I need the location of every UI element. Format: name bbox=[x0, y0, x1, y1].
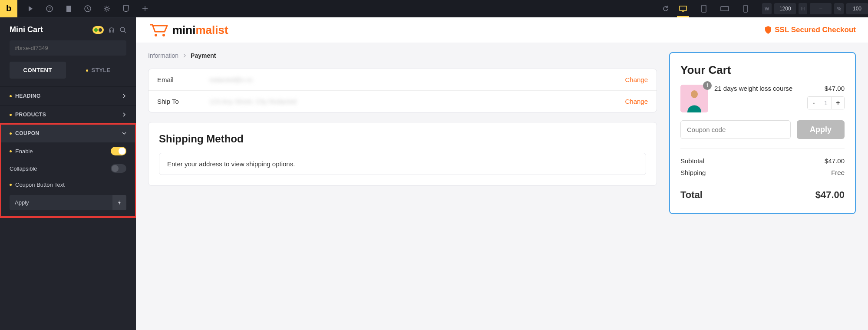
settings-icon[interactable] bbox=[102, 4, 111, 13]
shipping-total-label: Shipping bbox=[680, 169, 706, 176]
element-badge[interactable] bbox=[92, 26, 104, 34]
breadcrumb: Information Payment bbox=[148, 52, 657, 59]
section-coupon: COUPON Enable Collapsible Coupon Button … bbox=[0, 124, 136, 217]
canvas: minimalist SSL Secured Checkout Informat… bbox=[136, 17, 868, 330]
sidebar: Mini Cart CONTENT STYLE HEADING PRODUCTS bbox=[0, 17, 136, 330]
tab-content[interactable]: CONTENT bbox=[10, 62, 66, 79]
coupon-code-input[interactable] bbox=[680, 120, 791, 139]
svg-point-4 bbox=[106, 7, 108, 10]
apply-coupon-button[interactable]: Apply bbox=[797, 120, 845, 139]
svg-rect-2 bbox=[66, 6, 71, 12]
change-email-link[interactable]: Change bbox=[625, 76, 648, 83]
search-icon[interactable] bbox=[119, 26, 126, 33]
svg-rect-8 bbox=[744, 5, 747, 12]
cart-card: Your Cart 1 21 days weight loss course $… bbox=[669, 52, 856, 214]
svg-point-9 bbox=[120, 27, 125, 32]
shipping-method-title: Shipping Method bbox=[159, 133, 646, 145]
history-icon[interactable] bbox=[83, 4, 92, 13]
section-products[interactable]: PRODUCTS bbox=[0, 106, 136, 124]
contact-info-card: Email redacted@x.cc Change Ship To 123 A… bbox=[148, 69, 657, 112]
cart-item-thumbnail: 1 bbox=[680, 85, 708, 112]
element-id-input[interactable] bbox=[10, 40, 126, 56]
section-heading[interactable]: HEADING bbox=[0, 87, 136, 105]
email-value: redacted@x.cc bbox=[209, 76, 625, 83]
help-icon[interactable]: ? bbox=[45, 4, 54, 13]
collapsible-toggle[interactable] bbox=[111, 164, 126, 173]
cart-item-badge: 1 bbox=[703, 81, 712, 90]
cart-icon bbox=[148, 22, 169, 38]
svg-rect-5 bbox=[680, 6, 686, 10]
height-label: H bbox=[799, 3, 807, 14]
svg-rect-7 bbox=[721, 7, 729, 11]
zoom-value[interactable]: 100 bbox=[846, 3, 868, 14]
shipping-message: Enter your address to view shipping opti… bbox=[159, 153, 646, 175]
ship-to-value: 123 Any Street, City Redacted bbox=[209, 98, 625, 105]
add-icon[interactable] bbox=[141, 4, 149, 13]
zoom-label: % bbox=[834, 3, 844, 14]
email-label: Email bbox=[157, 76, 209, 83]
chevron-right-icon bbox=[122, 94, 126, 98]
cart-item-price: $47.00 bbox=[825, 85, 845, 92]
top-toolbar: b ? W 1200 H – % 100 bbox=[0, 0, 868, 17]
pages-icon[interactable] bbox=[64, 4, 73, 13]
width-label: W bbox=[762, 3, 772, 14]
enable-toggle[interactable] bbox=[111, 147, 126, 155]
cart-item-name: 21 days weight loss course bbox=[714, 85, 792, 92]
qty-increase-button[interactable]: + bbox=[832, 97, 844, 109]
svg-text:?: ? bbox=[48, 7, 51, 11]
app-logo[interactable]: b bbox=[0, 0, 17, 17]
device-mobile[interactable] bbox=[738, 0, 753, 17]
total-label: Total bbox=[680, 189, 703, 201]
shipping-method-card: Shipping Method Enter your address to vi… bbox=[148, 122, 657, 186]
play-icon[interactable] bbox=[26, 4, 35, 13]
css-icon[interactable] bbox=[122, 4, 130, 13]
svg-point-10 bbox=[155, 34, 157, 36]
width-value[interactable]: 1200 bbox=[774, 3, 796, 14]
collapsible-label: Collapsible bbox=[10, 165, 37, 172]
cart-item: 1 21 days weight loss course $47.00 - bbox=[680, 85, 845, 112]
height-value[interactable]: – bbox=[810, 3, 832, 14]
ship-to-label: Ship To bbox=[157, 98, 209, 105]
device-desktop[interactable] bbox=[675, 0, 691, 17]
shipping-total-value: Free bbox=[831, 169, 845, 176]
subtotal-label: Subtotal bbox=[680, 157, 704, 165]
tab-style[interactable]: STYLE bbox=[70, 62, 127, 79]
dynamic-data-icon[interactable] bbox=[112, 195, 126, 210]
enable-label: Enable bbox=[15, 148, 33, 155]
chevron-down-icon bbox=[122, 131, 126, 135]
change-ship-link[interactable]: Change bbox=[625, 98, 648, 105]
shield-icon bbox=[764, 26, 772, 34]
svg-point-13 bbox=[691, 90, 698, 98]
svg-rect-6 bbox=[702, 5, 706, 12]
device-tablet-landscape[interactable] bbox=[717, 0, 733, 17]
element-title: Mini Cart bbox=[10, 25, 43, 34]
section-coupon-header[interactable]: COUPON bbox=[0, 124, 136, 142]
qty-decrease-button[interactable]: - bbox=[808, 97, 820, 109]
svg-point-11 bbox=[162, 34, 165, 36]
subtotal-value: $47.00 bbox=[825, 157, 845, 165]
chevron-right-icon bbox=[183, 53, 186, 58]
cart-title: Your Cart bbox=[680, 63, 845, 77]
ssl-badge: SSL Secured Checkout bbox=[764, 26, 856, 34]
headphones-icon[interactable] bbox=[108, 26, 115, 33]
breadcrumb-step-information[interactable]: Information bbox=[148, 52, 178, 59]
qty-value: 1 bbox=[820, 97, 832, 109]
breadcrumb-step-payment: Payment bbox=[191, 52, 216, 59]
quantity-stepper: - 1 + bbox=[807, 96, 845, 109]
device-tablet-portrait[interactable] bbox=[696, 0, 712, 17]
coupon-button-text-label: Coupon Button Text bbox=[15, 182, 65, 188]
total-value: $47.00 bbox=[815, 189, 845, 201]
coupon-button-text-input[interactable] bbox=[10, 195, 112, 210]
reload-icon[interactable] bbox=[661, 4, 670, 13]
chevron-right-icon bbox=[122, 112, 126, 117]
brand-logo[interactable]: minimalist bbox=[148, 22, 228, 38]
